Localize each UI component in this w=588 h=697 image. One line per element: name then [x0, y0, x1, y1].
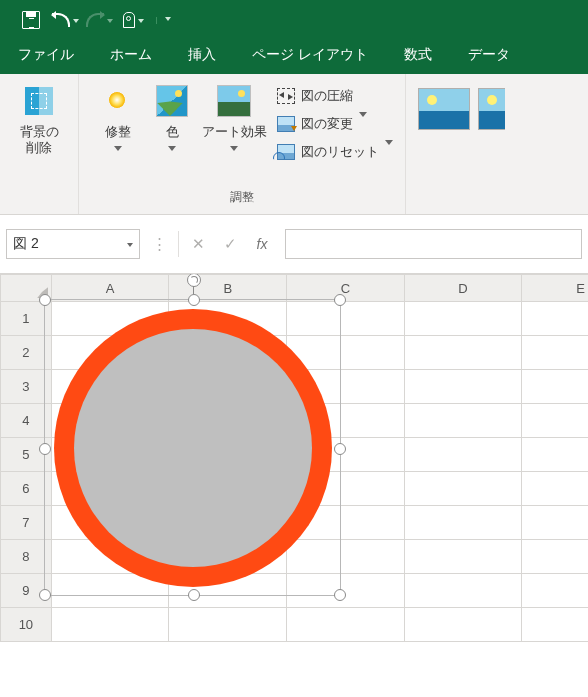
compress-label: 図の圧縮 — [301, 87, 353, 105]
insert-function-button[interactable]: fx — [249, 230, 275, 258]
tab-file[interactable]: ファイル — [0, 38, 92, 74]
reset-label: 図のリセット — [301, 143, 379, 161]
dropdown-caret-icon — [385, 145, 393, 160]
worksheet-grid[interactable]: A B C D E 1 2 3 4 5 6 7 8 9 10 — [0, 274, 588, 697]
reset-picture-icon — [277, 144, 295, 160]
touch-icon — [123, 12, 135, 28]
corrections-button[interactable]: 修整 — [87, 80, 149, 155]
save-icon — [22, 11, 40, 29]
check-icon: ✓ — [224, 235, 237, 253]
dropdown-caret-icon — [73, 19, 79, 26]
corrections-icon — [103, 86, 133, 116]
qat-customize-button[interactable] — [156, 17, 171, 24]
tab-page-layout[interactable]: ページ レイアウト — [234, 38, 386, 74]
quick-access-toolbar — [0, 0, 588, 40]
change-picture-button[interactable]: 図の変更 — [273, 110, 397, 138]
picture-style-preset-2[interactable] — [478, 88, 505, 130]
group-label-adjust: 調整 — [230, 187, 254, 212]
cancel-icon: ✕ — [192, 235, 205, 253]
resize-handle-sw[interactable] — [39, 589, 51, 601]
dropdown-caret-icon — [165, 17, 171, 24]
dropdown-caret-icon — [138, 19, 144, 26]
color-icon — [156, 85, 188, 117]
formula-bar: 図 2 ⋮ ✕ ✓ fx — [0, 215, 588, 274]
ribbon-group-adjust: 修整 色 アート効果 図の圧縮 図の変更 — [79, 74, 406, 214]
color-button[interactable]: 色 — [149, 80, 195, 155]
artistic-effects-label: アート効果 — [202, 124, 267, 140]
resize-handle-n[interactable] — [188, 294, 200, 306]
change-picture-icon — [277, 116, 295, 132]
ribbon-tab-bar: ファイル ホーム 挿入 ページ レイアウト 数式 データ — [0, 40, 588, 74]
ribbon-group-remove-bg: 背景の削除 — [0, 74, 79, 214]
resize-handle-w[interactable] — [39, 443, 51, 455]
compress-picture-button[interactable]: 図の圧縮 — [273, 82, 397, 110]
picture-styles-gallery[interactable] — [406, 74, 509, 214]
col-header-D[interactable]: D — [404, 275, 522, 302]
cancel-button[interactable]: ✕ — [185, 230, 211, 258]
undo-icon — [52, 13, 70, 27]
artistic-effects-button[interactable]: アート効果 — [195, 80, 273, 155]
resize-handle-nw[interactable] — [39, 294, 51, 306]
ribbon: 背景の削除 修整 色 アート効果 — [0, 74, 588, 215]
color-label: 色 — [166, 124, 179, 140]
undo-split-button[interactable] — [48, 6, 82, 34]
tab-data[interactable]: データ — [450, 38, 528, 74]
group-label — [37, 190, 40, 212]
formula-input[interactable] — [285, 229, 582, 259]
tab-insert[interactable]: 挿入 — [170, 38, 234, 74]
col-header-E[interactable]: E — [522, 275, 588, 302]
redo-split-button[interactable] — [82, 6, 116, 34]
dropdown-caret-icon — [359, 117, 367, 132]
dropdown-caret-icon — [107, 19, 113, 26]
save-button[interactable] — [14, 6, 48, 34]
fx-label: fx — [257, 236, 268, 252]
resize-handle-s[interactable] — [188, 589, 200, 601]
remove-bg-label-1: 背景の — [20, 124, 59, 139]
artistic-effects-icon — [217, 85, 251, 117]
compress-icon — [277, 88, 295, 104]
name-box-value: 図 2 — [13, 235, 39, 253]
picture-style-preset-1[interactable] — [418, 88, 470, 130]
dropdown-caret-icon — [230, 142, 238, 155]
change-label: 図の変更 — [301, 115, 353, 133]
resize-handle-e[interactable] — [334, 443, 346, 455]
selection-box — [44, 299, 341, 596]
expand-formula-bar-button[interactable]: ⋮ — [146, 230, 172, 258]
resize-handle-se[interactable] — [334, 589, 346, 601]
corrections-label: 修整 — [105, 124, 131, 140]
row-header-10[interactable]: 10 — [1, 608, 52, 642]
resize-handle-ne[interactable] — [334, 294, 346, 306]
dropdown-caret-icon — [168, 142, 176, 155]
touch-mode-button[interactable] — [116, 6, 150, 34]
remove-bg-label-2: 削除 — [26, 140, 52, 155]
dropdown-caret-icon — [114, 142, 122, 155]
name-box[interactable]: 図 2 — [6, 229, 140, 259]
separator — [178, 231, 179, 257]
enter-button[interactable]: ✓ — [217, 230, 243, 258]
rotate-handle[interactable] — [187, 274, 201, 287]
reset-picture-button[interactable]: 図のリセット — [273, 138, 397, 166]
tab-formulas[interactable]: 数式 — [386, 38, 450, 74]
redo-icon — [86, 13, 104, 27]
selected-picture-object[interactable] — [44, 299, 341, 596]
dropdown-caret-icon — [127, 243, 133, 250]
remove-background-icon — [25, 87, 53, 115]
remove-background-button[interactable]: 背景の削除 — [8, 80, 70, 157]
col-header-A[interactable]: A — [51, 275, 169, 302]
tab-home[interactable]: ホーム — [92, 38, 170, 74]
